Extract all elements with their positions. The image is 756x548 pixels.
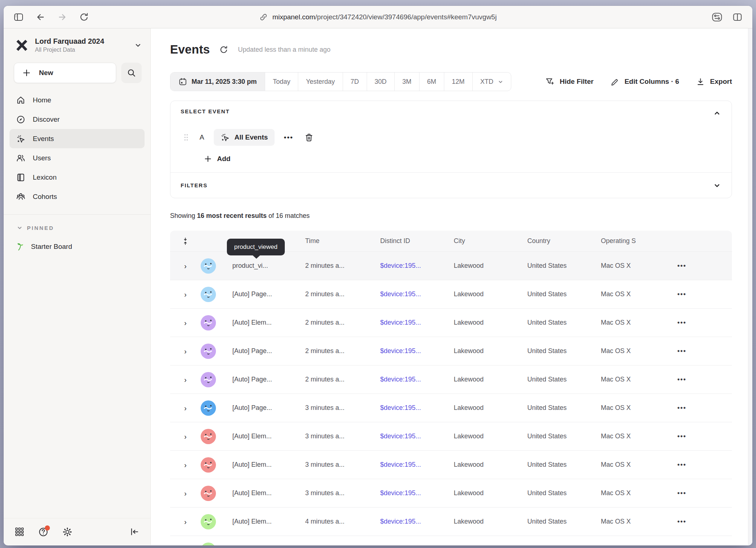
distinct-id-link[interactable]: $device:195... — [380, 489, 454, 497]
distinct-id-link[interactable]: $device:195... — [380, 432, 454, 440]
expand-row-chevron-icon[interactable]: › — [184, 291, 187, 298]
expand-row-chevron-icon[interactable]: › — [184, 404, 187, 412]
refresh-icon[interactable] — [219, 45, 228, 54]
table-row[interactable]: › [Auto] Elem... 3 minutes a... $device:… — [170, 422, 732, 451]
split-view-icon[interactable] — [732, 12, 743, 23]
expand-row-chevron-icon[interactable]: › — [184, 461, 187, 469]
row-menu-button[interactable]: ••• — [671, 404, 686, 412]
scrollbar[interactable] — [748, 28, 752, 545]
url-bar[interactable]: mixpanel.com/project/3472420/view/397469… — [259, 13, 497, 21]
distinct-id-link[interactable]: $device:195... — [380, 376, 454, 383]
pinned-item-label: Starter Board — [31, 243, 72, 251]
pinned-section-header[interactable]: PINNED — [4, 221, 150, 234]
event-picker-button[interactable]: All Events — [214, 129, 275, 146]
time-cell: 2 minutes a... — [305, 347, 380, 355]
expand-row-chevron-icon[interactable]: › — [184, 433, 187, 440]
help-button[interactable] — [38, 527, 48, 537]
sidebar-item-lexicon[interactable]: Lexicon — [9, 168, 145, 187]
column-header-city[interactable]: City — [454, 237, 527, 245]
expand-row-chevron-icon[interactable]: › — [184, 376, 187, 383]
row-menu-button[interactable]: ••• — [671, 347, 686, 355]
date-range-segments: Mar 11, 2025 3:30 pm Today Yesterday 7D … — [170, 72, 511, 91]
sidebar-item-events[interactable]: Events — [9, 129, 145, 148]
chevron-up-icon[interactable] — [713, 110, 721, 117]
chevron-down-icon[interactable] — [713, 182, 721, 189]
distinct-id-link[interactable]: $device:195... — [380, 461, 454, 469]
time-cell: 2 minutes a... — [305, 290, 380, 298]
expand-row-chevron-icon[interactable]: › — [184, 262, 187, 270]
collapse-sidebar-icon[interactable] — [130, 527, 139, 537]
range-30d[interactable]: 30D — [367, 73, 394, 91]
table-row[interactable]: › [Auto] Elem... 2 minutes a... $device:… — [170, 309, 732, 337]
apps-grid-icon[interactable] — [15, 527, 24, 537]
row-menu-button[interactable]: ••• — [671, 376, 686, 383]
event-name-cell: [Auto] Elem... — [221, 518, 305, 525]
hide-filter-button[interactable]: Hide Filter — [545, 77, 594, 86]
expand-row-chevron-icon[interactable]: › — [184, 490, 187, 497]
project-switcher[interactable]: Lord Farquaad 2024 All Project Data — [15, 37, 142, 53]
range-today[interactable]: Today — [265, 73, 298, 91]
compass-icon — [16, 115, 25, 124]
reload-icon[interactable] — [79, 12, 90, 23]
distinct-id-link[interactable]: $device:195... — [380, 347, 454, 355]
table-row[interactable]: › [Auto] Elem... 3 minutes a... $device:… — [170, 479, 732, 508]
column-header-distinct-id[interactable]: Distinct ID — [380, 237, 454, 245]
table-row[interactable]: › [Auto] Elem... 3 minutes a... $device:… — [170, 451, 732, 479]
drag-handle-icon[interactable] — [184, 133, 189, 141]
collapse-rows-icon[interactable] — [181, 237, 190, 246]
date-picker-button[interactable]: Mar 11, 2025 3:30 pm — [170, 73, 265, 91]
range-xtd[interactable]: XTD — [472, 73, 511, 91]
distinct-id-link[interactable]: $device:195... — [380, 319, 454, 326]
row-menu-button[interactable]: ••• — [671, 290, 686, 298]
city-cell: Lakewood — [454, 262, 527, 270]
settings-gear-icon[interactable] — [62, 527, 72, 537]
pinned-label: PINNED — [27, 225, 54, 231]
table-row[interactable]: › [Auto] Elem... 4 minutes a... $device:… — [170, 508, 732, 536]
back-icon[interactable] — [35, 12, 46, 23]
sidebar-item-home[interactable]: Home — [9, 90, 145, 110]
sidebar-item-users[interactable]: Users — [9, 148, 145, 168]
distinct-id-link[interactable]: $device:195... — [380, 404, 454, 412]
column-header-os[interactable]: Operating S — [601, 237, 671, 245]
row-menu-button[interactable]: ••• — [671, 319, 686, 326]
add-event-label: Add — [217, 155, 231, 163]
row-menu-button[interactable]: ••• — [671, 461, 686, 469]
trash-icon[interactable] — [304, 133, 314, 142]
search-button[interactable] — [121, 63, 142, 83]
column-header-country[interactable]: Country — [527, 237, 601, 245]
row-menu-button[interactable]: ••• — [671, 489, 686, 497]
expand-row-chevron-icon[interactable]: › — [184, 319, 187, 326]
column-header-time[interactable]: Time — [305, 237, 380, 245]
expand-row-chevron-icon[interactable]: › — [184, 518, 187, 525]
sidebar-item-starter-board[interactable]: Starter Board — [9, 237, 145, 256]
sidebar-item-discover[interactable]: Discover — [9, 110, 145, 129]
distinct-id-link[interactable]: $device:195... — [380, 262, 454, 270]
sidebar-toggle-icon[interactable] — [13, 12, 24, 23]
add-event-button[interactable]: Add — [204, 152, 231, 165]
sidebar-item-cohorts[interactable]: Cohorts — [9, 187, 145, 206]
range-yesterday[interactable]: Yesterday — [298, 73, 342, 91]
new-button[interactable]: New — [14, 63, 116, 83]
row-menu-button[interactable]: ••• — [671, 262, 686, 270]
row-menu-button[interactable]: ••• — [671, 518, 686, 525]
filters-section[interactable]: FILTERS — [170, 172, 732, 198]
distinct-id-link[interactable]: $device:195... — [380, 518, 454, 525]
extensions-icon[interactable] — [712, 12, 722, 23]
table-row[interactable]: › [Auto] Page... 3 minutes a... $device:… — [170, 394, 732, 422]
export-button[interactable]: Export — [696, 77, 732, 86]
row-menu-button[interactable]: ••• — [671, 432, 686, 440]
os-cell: Mac OS X — [601, 262, 671, 270]
plus-icon — [204, 155, 212, 163]
table-row[interactable]: › [Auto] Page... 2 minutes a... $device:… — [170, 365, 732, 394]
table-row[interactable]: › [Auto] Page... 2 minutes a... $device:… — [170, 337, 732, 365]
expand-row-chevron-icon[interactable]: › — [184, 348, 187, 355]
range-12m[interactable]: 12M — [444, 73, 472, 91]
edit-columns-button[interactable]: Edit Columns · 6 — [610, 77, 679, 86]
range-7d[interactable]: 7D — [343, 73, 367, 91]
range-6m[interactable]: 6M — [419, 73, 444, 91]
range-3m[interactable]: 3M — [394, 73, 419, 91]
event-more-button[interactable]: ••• — [284, 133, 294, 141]
select-event-label: SELECT EVENT — [181, 108, 721, 114]
distinct-id-link[interactable]: $device:195... — [380, 290, 454, 298]
table-row[interactable]: › [Auto] Page... 2 minutes a... $device:… — [170, 280, 732, 309]
